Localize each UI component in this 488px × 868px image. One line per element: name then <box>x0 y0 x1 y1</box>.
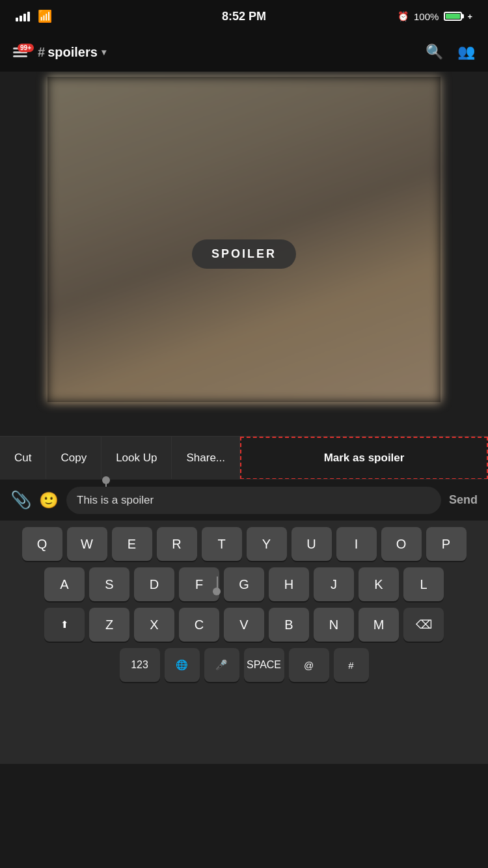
numbers-key[interactable]: 123 <box>120 648 160 682</box>
wifi-icon: 📶 <box>38 9 52 23</box>
at-key[interactable]: @ <box>289 648 329 682</box>
key-r[interactable]: R <box>157 527 197 561</box>
keyboard-row-2: A S D F G H J K L <box>4 567 484 601</box>
emoji-icon[interactable]: 🙂 <box>39 491 59 509</box>
keyboard-row-4: 123 🌐 🎤 space @ # <box>4 648 484 682</box>
battery-icon <box>444 12 462 21</box>
status-bar: 📶 8:52 PM ⏰ 100% + <box>0 0 488 33</box>
space-key[interactable]: space <box>244 648 284 682</box>
signal-bars <box>16 12 30 21</box>
selection-handle-bottom <box>213 588 221 595</box>
key-q[interactable]: Q <box>22 527 62 561</box>
key-s[interactable]: S <box>89 567 129 601</box>
spoiler-image-container: SPOILER <box>0 72 488 436</box>
key-i[interactable]: I <box>336 527 377 561</box>
hash-key[interactable]: # <box>334 648 369 682</box>
key-z[interactable]: Z <box>89 608 129 642</box>
key-h[interactable]: H <box>269 567 309 601</box>
key-m[interactable]: M <box>359 608 399 642</box>
key-p[interactable]: P <box>426 527 467 561</box>
hash-icon: # <box>38 45 45 60</box>
status-left: 📶 <box>16 9 52 23</box>
key-w[interactable]: W <box>67 527 107 561</box>
attach-icon[interactable]: 📎 <box>10 490 31 510</box>
send-button[interactable]: Send <box>449 493 478 507</box>
message-input-area: 📎 🙂 This is a spoiler Send <box>0 479 488 521</box>
key-t[interactable]: T <box>202 527 242 561</box>
delete-key[interactable]: ⌫ <box>403 608 444 642</box>
copy-button[interactable]: Copy <box>46 437 102 480</box>
nav-right: 🔍 👥 <box>426 44 475 61</box>
key-d[interactable]: D <box>134 567 174 601</box>
key-k[interactable]: K <box>359 567 399 601</box>
context-menu-inner: Cut Copy Look Up Share... Mark as spoile… <box>0 437 488 480</box>
key-b[interactable]: B <box>269 608 309 642</box>
top-nav: 99+ # spoilers ▾ 🔍 👥 <box>0 33 488 72</box>
keyboard-row-3: ⬆ Z X C V B N M ⌫ <box>4 608 484 642</box>
cut-button[interactable]: Cut <box>0 437 46 480</box>
channel-name-text: spoilers <box>47 45 98 60</box>
status-time: 8:52 PM <box>222 10 266 23</box>
chevron-down-icon: ▾ <box>102 47 106 57</box>
battery-percentage: 100% <box>414 11 439 22</box>
keyboard: Q W E R T Y U I O P A S D F G H J K L ⬆ … <box>0 521 488 764</box>
key-v[interactable]: V <box>224 608 264 642</box>
key-c[interactable]: C <box>179 608 219 642</box>
key-l[interactable]: L <box>403 567 444 601</box>
cursor-top <box>105 478 107 487</box>
key-g[interactable]: G <box>224 567 264 601</box>
charging-icon: + <box>467 12 472 21</box>
context-menu-bar: Cut Copy Look Up Share... Mark as spoile… <box>0 436 488 479</box>
battery-fill <box>446 14 460 19</box>
hamburger-menu-button[interactable]: 99+ <box>13 47 27 57</box>
members-icon[interactable]: 👥 <box>457 44 475 61</box>
shift-key[interactable]: ⬆ <box>44 608 85 642</box>
selection-line-bottom <box>217 576 218 588</box>
key-x[interactable]: X <box>134 608 174 642</box>
status-right: ⏰ 100% + <box>398 11 472 22</box>
mic-key[interactable]: 🎤 <box>204 648 239 682</box>
key-o[interactable]: O <box>381 527 422 561</box>
spoiler-badge[interactable]: SPOILER <box>192 239 296 269</box>
keyboard-row-1: Q W E R T Y U I O P <box>4 527 484 561</box>
channel-name[interactable]: # spoilers ▾ <box>38 45 106 60</box>
message-text-input[interactable]: This is a spoiler <box>66 487 441 514</box>
look-up-button[interactable]: Look Up <box>102 437 172 480</box>
key-j[interactable]: J <box>314 567 354 601</box>
notification-badge: 99+ <box>18 44 34 52</box>
share-button[interactable]: Share... <box>172 437 240 480</box>
globe-key[interactable]: 🌐 <box>165 648 200 682</box>
nav-left: 99+ # spoilers ▾ <box>13 45 106 60</box>
key-a[interactable]: A <box>44 567 85 601</box>
key-y[interactable]: Y <box>247 527 287 561</box>
mark-as-spoiler-button[interactable]: Mark as spoiler <box>240 437 488 480</box>
key-e[interactable]: E <box>112 527 152 561</box>
search-icon[interactable]: 🔍 <box>426 44 443 61</box>
content-area: SPOILER <box>0 72 488 436</box>
key-n[interactable]: N <box>314 608 354 642</box>
key-u[interactable]: U <box>291 527 332 561</box>
message-input-text: This is a spoiler <box>77 494 154 507</box>
key-f[interactable]: F <box>179 567 219 601</box>
alarm-icon: ⏰ <box>398 11 409 21</box>
